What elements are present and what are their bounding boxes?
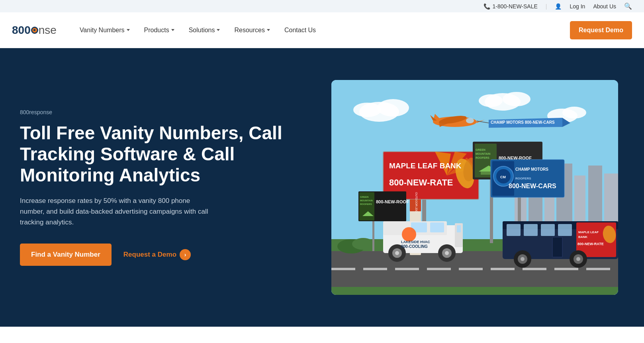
nav-resources[interactable]: Resources — [227, 12, 277, 48]
svg-text:800-NEW-ROOF: 800-NEW-ROOF — [376, 199, 409, 204]
svg-text:GREEN: GREEN — [476, 148, 485, 151]
nav-vanity-numbers[interactable]: Vanity Numbers — [72, 12, 137, 48]
nav-solutions[interactable]: Solutions — [182, 12, 227, 48]
svg-rect-98 — [457, 225, 461, 232]
svg-text:ROOFERS: ROOFERS — [476, 156, 489, 159]
phone-icon: 📞 — [483, 3, 490, 10]
hero-illustration: MAPLE LEAF BANK 800-NEW-RATE GREEN MOUNT… — [331, 80, 618, 295]
svg-rect-104 — [558, 224, 572, 236]
arrow-right-icon: › — [180, 249, 191, 260]
nav-products[interactable]: Products — [137, 12, 182, 48]
svg-text:MOUNTAIN: MOUNTAIN — [360, 199, 373, 202]
svg-point-6 — [479, 94, 503, 107]
svg-text:800-NEW-CARS: 800-NEW-CARS — [509, 183, 556, 189]
logo-response-text: nse — [39, 24, 57, 37]
hero-section: 800response Toll Free Vanity Numbers, Ca… — [0, 48, 644, 327]
svg-rect-101 — [507, 224, 521, 236]
top-bar-divider: | — [546, 3, 547, 10]
svg-rect-87 — [430, 222, 444, 232]
svg-text:CHAMP MOTORS: CHAMP MOTORS — [515, 167, 548, 172]
svg-point-5 — [503, 92, 530, 106]
svg-rect-18 — [331, 268, 355, 270]
svg-point-2 — [377, 99, 409, 117]
search-icon[interactable]: 🔍 — [624, 2, 632, 10]
logo-800-text: 800 — [12, 24, 31, 37]
svg-text:BANK: BANK — [578, 235, 587, 239]
logo[interactable]: 800nse — [12, 24, 57, 37]
chevron-down-icon — [217, 29, 220, 31]
hero-title: Toll Free Vanity Numbers, Call Tracking … — [20, 123, 293, 186]
svg-rect-20 — [395, 268, 419, 270]
svg-rect-22 — [459, 268, 483, 270]
svg-rect-23 — [491, 268, 515, 270]
request-demo-link[interactable]: Request a Demo › — [123, 249, 191, 260]
hero-actions: Find a Vanity Number Request a Demo › — [20, 244, 293, 266]
svg-text:MAPLE LEAF BANK: MAPLE LEAF BANK — [389, 162, 462, 170]
svg-text:800-NEW-RATE: 800-NEW-RATE — [577, 242, 604, 246]
svg-rect-24 — [523, 268, 546, 270]
hero-image: MAPLE LEAF BANK 800-NEW-RATE GREEN MOUNT… — [309, 48, 644, 327]
svg-rect-116 — [552, 237, 562, 257]
svg-rect-25 — [554, 268, 578, 270]
login-link[interactable]: Log In — [570, 3, 585, 10]
chevron-down-icon — [267, 29, 270, 31]
svg-text:CM: CM — [500, 175, 506, 179]
svg-point-79 — [466, 118, 474, 123]
request-demo-button[interactable]: Request Demo — [570, 21, 632, 39]
svg-point-112 — [521, 257, 525, 261]
svg-text:800-NEW-RATE: 800-NEW-RATE — [389, 177, 453, 187]
svg-text:LAKESIDE HVAC: LAKESIDE HVAC — [401, 240, 430, 244]
svg-rect-102 — [524, 224, 538, 236]
svg-point-115 — [576, 257, 580, 261]
find-vanity-number-button[interactable]: Find a Vanity Number — [20, 244, 112, 266]
svg-text:MOUNTAIN: MOUNTAIN — [476, 152, 490, 155]
header: 800nse Vanity Numbers Products Solutions… — [0, 12, 644, 48]
svg-point-93 — [445, 251, 449, 255]
chevron-down-icon — [127, 29, 130, 31]
user-icon: 👤 — [555, 3, 562, 10]
svg-point-28 — [352, 238, 374, 250]
svg-rect-103 — [541, 224, 555, 236]
svg-text:CHAMP MOTORS  800-NEW-CARS: CHAMP MOTORS 800-NEW-CARS — [491, 120, 555, 125]
about-link[interactable]: About Us — [593, 3, 616, 10]
main-nav: Vanity Numbers Products Solutions Resour… — [72, 12, 570, 48]
svg-point-3 — [353, 103, 381, 117]
svg-rect-19 — [363, 268, 387, 270]
svg-rect-21 — [427, 268, 451, 270]
svg-text:800-COOLING: 800-COOLING — [401, 244, 428, 249]
logo-icon — [31, 27, 38, 34]
svg-point-94 — [402, 227, 416, 242]
hero-eyebrow: 800response — [20, 109, 293, 115]
top-bar: 📞 1-800-NEW-SALE | 👤 Log In About Us 🔍 — [0, 0, 644, 12]
svg-point-8 — [562, 107, 586, 119]
top-bar-phone-link[interactable]: 1-800-NEW-SALE — [492, 3, 537, 10]
svg-text:ROOFERS: ROOFERS — [515, 177, 531, 180]
svg-text:MAPLE LEAF: MAPLE LEAF — [578, 230, 599, 234]
svg-point-90 — [395, 251, 399, 255]
svg-rect-62 — [372, 217, 374, 251]
svg-text:GREEN: GREEN — [360, 196, 368, 198]
svg-rect-26 — [586, 268, 610, 270]
hero-subtitle: Increase response rates by 50% with a va… — [20, 195, 211, 228]
hero-content: 800response Toll Free Vanity Numbers, Ca… — [0, 48, 309, 327]
nav-contact-us[interactable]: Contact Us — [277, 12, 323, 48]
svg-text:ROOFERS: ROOFERS — [360, 203, 372, 205]
chevron-down-icon — [171, 29, 174, 31]
svg-text:OUTDOOR-200: OUTDOOR-200 — [415, 192, 418, 212]
top-bar-phone-section: 📞 1-800-NEW-SALE — [483, 3, 537, 10]
